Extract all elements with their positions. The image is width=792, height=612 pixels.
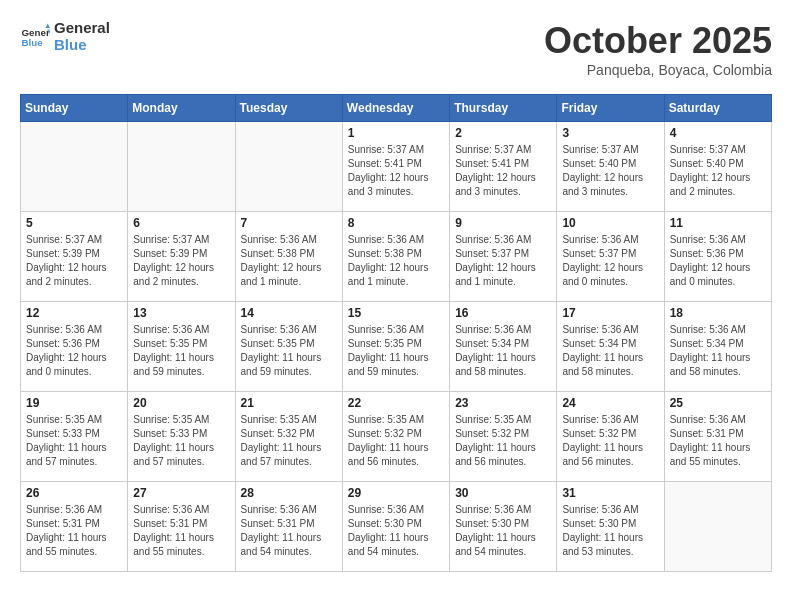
day-number: 25 — [670, 396, 766, 410]
day-cell: 30Sunrise: 5:36 AM Sunset: 5:30 PM Dayli… — [450, 482, 557, 572]
day-cell: 17Sunrise: 5:36 AM Sunset: 5:34 PM Dayli… — [557, 302, 664, 392]
calendar: SundayMondayTuesdayWednesdayThursdayFrid… — [20, 94, 772, 572]
day-info: Sunrise: 5:36 AM Sunset: 5:34 PM Dayligh… — [670, 323, 766, 379]
location-subtitle: Panqueba, Boyaca, Colombia — [544, 62, 772, 78]
day-info: Sunrise: 5:36 AM Sunset: 5:35 PM Dayligh… — [133, 323, 229, 379]
day-info: Sunrise: 5:36 AM Sunset: 5:31 PM Dayligh… — [670, 413, 766, 469]
day-info: Sunrise: 5:36 AM Sunset: 5:37 PM Dayligh… — [455, 233, 551, 289]
day-number: 4 — [670, 126, 766, 140]
day-info: Sunrise: 5:36 AM Sunset: 5:34 PM Dayligh… — [455, 323, 551, 379]
day-number: 31 — [562, 486, 658, 500]
calendar-header-row: SundayMondayTuesdayWednesdayThursdayFrid… — [21, 95, 772, 122]
day-cell — [21, 122, 128, 212]
svg-text:General: General — [22, 26, 51, 37]
day-cell: 2Sunrise: 5:37 AM Sunset: 5:41 PM Daylig… — [450, 122, 557, 212]
day-cell — [235, 122, 342, 212]
day-info: Sunrise: 5:35 AM Sunset: 5:33 PM Dayligh… — [133, 413, 229, 469]
day-number: 20 — [133, 396, 229, 410]
day-info: Sunrise: 5:36 AM Sunset: 5:36 PM Dayligh… — [26, 323, 122, 379]
title-section: October 2025 Panqueba, Boyaca, Colombia — [544, 20, 772, 78]
day-info: Sunrise: 5:37 AM Sunset: 5:41 PM Dayligh… — [348, 143, 444, 199]
column-header-saturday: Saturday — [664, 95, 771, 122]
day-info: Sunrise: 5:37 AM Sunset: 5:39 PM Dayligh… — [26, 233, 122, 289]
day-info: Sunrise: 5:35 AM Sunset: 5:32 PM Dayligh… — [348, 413, 444, 469]
day-number: 10 — [562, 216, 658, 230]
day-cell — [128, 122, 235, 212]
day-info: Sunrise: 5:37 AM Sunset: 5:40 PM Dayligh… — [670, 143, 766, 199]
day-cell: 24Sunrise: 5:36 AM Sunset: 5:32 PM Dayli… — [557, 392, 664, 482]
day-number: 14 — [241, 306, 337, 320]
day-number: 24 — [562, 396, 658, 410]
day-number: 27 — [133, 486, 229, 500]
day-number: 30 — [455, 486, 551, 500]
day-info: Sunrise: 5:36 AM Sunset: 5:37 PM Dayligh… — [562, 233, 658, 289]
column-header-sunday: Sunday — [21, 95, 128, 122]
day-number: 22 — [348, 396, 444, 410]
day-cell: 4Sunrise: 5:37 AM Sunset: 5:40 PM Daylig… — [664, 122, 771, 212]
day-cell: 29Sunrise: 5:36 AM Sunset: 5:30 PM Dayli… — [342, 482, 449, 572]
svg-text:Blue: Blue — [22, 37, 44, 48]
logo-text-blue: Blue — [54, 37, 110, 54]
svg-marker-2 — [46, 23, 51, 28]
day-cell: 31Sunrise: 5:36 AM Sunset: 5:30 PM Dayli… — [557, 482, 664, 572]
day-cell: 22Sunrise: 5:35 AM Sunset: 5:32 PM Dayli… — [342, 392, 449, 482]
logo-icon: General Blue — [20, 22, 50, 52]
day-number: 8 — [348, 216, 444, 230]
day-cell: 19Sunrise: 5:35 AM Sunset: 5:33 PM Dayli… — [21, 392, 128, 482]
day-cell: 5Sunrise: 5:37 AM Sunset: 5:39 PM Daylig… — [21, 212, 128, 302]
day-number: 19 — [26, 396, 122, 410]
column-header-friday: Friday — [557, 95, 664, 122]
day-cell: 15Sunrise: 5:36 AM Sunset: 5:35 PM Dayli… — [342, 302, 449, 392]
day-cell: 12Sunrise: 5:36 AM Sunset: 5:36 PM Dayli… — [21, 302, 128, 392]
day-info: Sunrise: 5:36 AM Sunset: 5:35 PM Dayligh… — [241, 323, 337, 379]
day-number: 28 — [241, 486, 337, 500]
day-cell: 8Sunrise: 5:36 AM Sunset: 5:38 PM Daylig… — [342, 212, 449, 302]
day-info: Sunrise: 5:37 AM Sunset: 5:39 PM Dayligh… — [133, 233, 229, 289]
day-cell — [664, 482, 771, 572]
day-number: 7 — [241, 216, 337, 230]
day-number: 12 — [26, 306, 122, 320]
day-info: Sunrise: 5:36 AM Sunset: 5:30 PM Dayligh… — [562, 503, 658, 559]
day-info: Sunrise: 5:37 AM Sunset: 5:41 PM Dayligh… — [455, 143, 551, 199]
logo: General Blue General Blue — [20, 20, 110, 53]
logo-text-general: General — [54, 20, 110, 37]
week-row-2: 5Sunrise: 5:37 AM Sunset: 5:39 PM Daylig… — [21, 212, 772, 302]
day-info: Sunrise: 5:36 AM Sunset: 5:38 PM Dayligh… — [348, 233, 444, 289]
day-cell: 10Sunrise: 5:36 AM Sunset: 5:37 PM Dayli… — [557, 212, 664, 302]
day-cell: 27Sunrise: 5:36 AM Sunset: 5:31 PM Dayli… — [128, 482, 235, 572]
day-number: 5 — [26, 216, 122, 230]
day-cell: 3Sunrise: 5:37 AM Sunset: 5:40 PM Daylig… — [557, 122, 664, 212]
day-number: 17 — [562, 306, 658, 320]
day-number: 3 — [562, 126, 658, 140]
day-info: Sunrise: 5:37 AM Sunset: 5:40 PM Dayligh… — [562, 143, 658, 199]
day-number: 23 — [455, 396, 551, 410]
day-number: 15 — [348, 306, 444, 320]
week-row-1: 1Sunrise: 5:37 AM Sunset: 5:41 PM Daylig… — [21, 122, 772, 212]
header: General Blue General Blue October 2025 P… — [20, 20, 772, 78]
day-info: Sunrise: 5:36 AM Sunset: 5:31 PM Dayligh… — [133, 503, 229, 559]
day-number: 1 — [348, 126, 444, 140]
day-cell: 21Sunrise: 5:35 AM Sunset: 5:32 PM Dayli… — [235, 392, 342, 482]
day-cell: 23Sunrise: 5:35 AM Sunset: 5:32 PM Dayli… — [450, 392, 557, 482]
day-cell: 16Sunrise: 5:36 AM Sunset: 5:34 PM Dayli… — [450, 302, 557, 392]
day-number: 6 — [133, 216, 229, 230]
day-info: Sunrise: 5:35 AM Sunset: 5:32 PM Dayligh… — [241, 413, 337, 469]
column-header-thursday: Thursday — [450, 95, 557, 122]
day-cell: 26Sunrise: 5:36 AM Sunset: 5:31 PM Dayli… — [21, 482, 128, 572]
day-info: Sunrise: 5:36 AM Sunset: 5:31 PM Dayligh… — [241, 503, 337, 559]
day-cell: 20Sunrise: 5:35 AM Sunset: 5:33 PM Dayli… — [128, 392, 235, 482]
day-info: Sunrise: 5:36 AM Sunset: 5:31 PM Dayligh… — [26, 503, 122, 559]
day-info: Sunrise: 5:36 AM Sunset: 5:32 PM Dayligh… — [562, 413, 658, 469]
day-cell: 9Sunrise: 5:36 AM Sunset: 5:37 PM Daylig… — [450, 212, 557, 302]
day-info: Sunrise: 5:36 AM Sunset: 5:30 PM Dayligh… — [348, 503, 444, 559]
day-number: 11 — [670, 216, 766, 230]
day-number: 2 — [455, 126, 551, 140]
column-header-tuesday: Tuesday — [235, 95, 342, 122]
day-cell: 7Sunrise: 5:36 AM Sunset: 5:38 PM Daylig… — [235, 212, 342, 302]
week-row-4: 19Sunrise: 5:35 AM Sunset: 5:33 PM Dayli… — [21, 392, 772, 482]
column-header-monday: Monday — [128, 95, 235, 122]
day-info: Sunrise: 5:35 AM Sunset: 5:33 PM Dayligh… — [26, 413, 122, 469]
day-number: 21 — [241, 396, 337, 410]
day-cell: 28Sunrise: 5:36 AM Sunset: 5:31 PM Dayli… — [235, 482, 342, 572]
week-row-5: 26Sunrise: 5:36 AM Sunset: 5:31 PM Dayli… — [21, 482, 772, 572]
